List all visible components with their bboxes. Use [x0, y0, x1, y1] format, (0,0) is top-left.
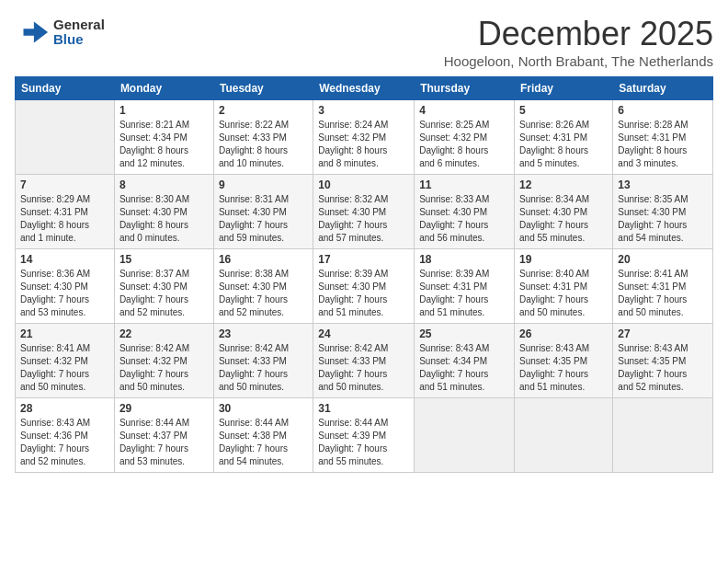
calendar-cell: 14Sunrise: 8:36 AMSunset: 4:30 PMDayligh…	[16, 249, 115, 324]
day-number: 25	[419, 327, 509, 340]
day-number: 16	[219, 253, 308, 266]
day-info: Sunrise: 8:34 AMSunset: 4:30 PMDaylight:…	[519, 193, 608, 245]
day-number: 19	[519, 253, 608, 266]
day-info: Sunrise: 8:43 AMSunset: 4:35 PMDaylight:…	[519, 342, 608, 394]
day-number: 28	[20, 402, 109, 415]
day-info: Sunrise: 8:44 AMSunset: 4:39 PMDaylight:…	[318, 417, 409, 468]
day-number: 10	[318, 178, 409, 191]
calendar-cell: 19Sunrise: 8:40 AMSunset: 4:31 PMDayligh…	[515, 249, 613, 324]
calendar-cell: 10Sunrise: 8:32 AMSunset: 4:30 PMDayligh…	[313, 175, 415, 249]
calendar-cell: 16Sunrise: 8:38 AMSunset: 4:30 PMDayligh…	[213, 249, 313, 324]
day-number: 15	[119, 253, 209, 266]
day-info: Sunrise: 8:43 AMSunset: 4:36 PMDaylight:…	[20, 417, 109, 468]
day-number: 5	[519, 104, 608, 117]
day-number: 14	[20, 253, 109, 266]
calendar-cell: 28Sunrise: 8:43 AMSunset: 4:36 PMDayligh…	[16, 398, 115, 473]
day-info: Sunrise: 8:43 AMSunset: 4:35 PMDaylight:…	[618, 342, 708, 394]
header-monday: Monday	[114, 77, 213, 100]
calendar-cell: 13Sunrise: 8:35 AMSunset: 4:30 PMDayligh…	[613, 175, 713, 249]
calendar-cell: 30Sunrise: 8:44 AMSunset: 4:38 PMDayligh…	[213, 398, 313, 473]
calendar-row-4: 28Sunrise: 8:43 AMSunset: 4:36 PMDayligh…	[16, 398, 713, 473]
day-number: 18	[419, 253, 509, 266]
calendar-cell: 1Sunrise: 8:21 AMSunset: 4:34 PMDaylight…	[114, 100, 213, 175]
logo-general-text: General	[53, 17, 105, 33]
day-info: Sunrise: 8:28 AMSunset: 4:31 PMDaylight:…	[618, 119, 708, 170]
day-number: 23	[219, 327, 308, 340]
header-saturday: Saturday	[613, 77, 713, 100]
day-info: Sunrise: 8:25 AMSunset: 4:32 PMDaylight:…	[419, 119, 509, 170]
month-title: December 2025	[444, 15, 713, 53]
day-number: 6	[618, 104, 708, 117]
calendar-row-3: 21Sunrise: 8:41 AMSunset: 4:32 PMDayligh…	[16, 324, 713, 398]
day-info: Sunrise: 8:29 AMSunset: 4:31 PMDaylight:…	[20, 193, 109, 245]
calendar-cell: 24Sunrise: 8:42 AMSunset: 4:33 PMDayligh…	[313, 324, 415, 398]
day-number: 11	[419, 178, 509, 191]
day-number: 4	[419, 104, 509, 117]
day-number: 7	[20, 178, 109, 191]
day-info: Sunrise: 8:33 AMSunset: 4:30 PMDaylight:…	[419, 193, 509, 245]
day-info: Sunrise: 8:43 AMSunset: 4:34 PMDaylight:…	[419, 342, 509, 394]
logo-blue-text: Blue	[53, 32, 105, 48]
day-number: 31	[318, 402, 409, 415]
location-subtitle: Hoogeloon, North Brabant, The Netherland…	[444, 53, 713, 69]
calendar-cell	[16, 100, 115, 175]
title-block: December 2025 Hoogeloon, North Brabant, …	[444, 15, 713, 69]
calendar-cell: 25Sunrise: 8:43 AMSunset: 4:34 PMDayligh…	[415, 324, 515, 398]
calendar-cell: 21Sunrise: 8:41 AMSunset: 4:32 PMDayligh…	[16, 324, 115, 398]
header-thursday: Thursday	[415, 77, 515, 100]
calendar-cell: 20Sunrise: 8:41 AMSunset: 4:31 PMDayligh…	[613, 249, 713, 324]
calendar-cell: 12Sunrise: 8:34 AMSunset: 4:30 PMDayligh…	[515, 175, 613, 249]
day-number: 22	[119, 327, 209, 340]
calendar-cell: 11Sunrise: 8:33 AMSunset: 4:30 PMDayligh…	[415, 175, 515, 249]
day-info: Sunrise: 8:26 AMSunset: 4:31 PMDaylight:…	[519, 119, 608, 170]
page-header: General Blue December 2025 Hoogeloon, No…	[15, 15, 713, 69]
day-number: 3	[318, 104, 409, 117]
calendar-cell: 18Sunrise: 8:39 AMSunset: 4:31 PMDayligh…	[415, 249, 515, 324]
calendar-cell: 5Sunrise: 8:26 AMSunset: 4:31 PMDaylight…	[515, 100, 613, 175]
calendar-cell: 17Sunrise: 8:39 AMSunset: 4:30 PMDayligh…	[313, 249, 415, 324]
day-number: 2	[219, 104, 308, 117]
day-info: Sunrise: 8:30 AMSunset: 4:30 PMDaylight:…	[119, 193, 209, 245]
day-number: 13	[618, 178, 708, 191]
calendar-cell: 29Sunrise: 8:44 AMSunset: 4:37 PMDayligh…	[114, 398, 213, 473]
calendar-cell: 8Sunrise: 8:30 AMSunset: 4:30 PMDaylight…	[114, 175, 213, 249]
day-info: Sunrise: 8:44 AMSunset: 4:38 PMDaylight:…	[219, 417, 308, 468]
calendar-table: Sunday Monday Tuesday Wednesday Thursday…	[15, 76, 713, 473]
day-info: Sunrise: 8:41 AMSunset: 4:32 PMDaylight:…	[20, 342, 109, 394]
header-tuesday: Tuesday	[213, 77, 313, 100]
day-info: Sunrise: 8:36 AMSunset: 4:30 PMDaylight:…	[20, 268, 109, 319]
calendar-cell: 4Sunrise: 8:25 AMSunset: 4:32 PMDaylight…	[415, 100, 515, 175]
day-number: 1	[119, 104, 209, 117]
calendar-cell: 23Sunrise: 8:42 AMSunset: 4:33 PMDayligh…	[213, 324, 313, 398]
day-info: Sunrise: 8:21 AMSunset: 4:34 PMDaylight:…	[119, 119, 209, 170]
day-number: 30	[219, 402, 308, 415]
calendar-cell	[613, 398, 713, 473]
calendar-cell: 9Sunrise: 8:31 AMSunset: 4:30 PMDaylight…	[213, 175, 313, 249]
calendar-cell: 26Sunrise: 8:43 AMSunset: 4:35 PMDayligh…	[515, 324, 613, 398]
day-info: Sunrise: 8:40 AMSunset: 4:31 PMDaylight:…	[519, 268, 608, 319]
day-info: Sunrise: 8:44 AMSunset: 4:37 PMDaylight:…	[119, 417, 209, 468]
day-info: Sunrise: 8:22 AMSunset: 4:33 PMDaylight:…	[219, 119, 308, 170]
calendar-header: Sunday Monday Tuesday Wednesday Thursday…	[16, 77, 713, 100]
calendar-row-2: 14Sunrise: 8:36 AMSunset: 4:30 PMDayligh…	[16, 249, 713, 324]
day-info: Sunrise: 8:42 AMSunset: 4:33 PMDaylight:…	[318, 342, 409, 394]
calendar-cell: 7Sunrise: 8:29 AMSunset: 4:31 PMDaylight…	[16, 175, 115, 249]
day-number: 29	[119, 402, 209, 415]
day-number: 12	[519, 178, 608, 191]
day-number: 8	[119, 178, 209, 191]
day-number: 26	[519, 327, 608, 340]
header-wednesday: Wednesday	[313, 77, 415, 100]
header-row: Sunday Monday Tuesday Wednesday Thursday…	[16, 77, 713, 100]
day-info: Sunrise: 8:37 AMSunset: 4:30 PMDaylight:…	[119, 268, 209, 319]
day-info: Sunrise: 8:39 AMSunset: 4:30 PMDaylight:…	[318, 268, 409, 319]
day-info: Sunrise: 8:39 AMSunset: 4:31 PMDaylight:…	[419, 268, 509, 319]
day-number: 21	[20, 327, 109, 340]
calendar-row-1: 7Sunrise: 8:29 AMSunset: 4:31 PMDaylight…	[16, 175, 713, 249]
header-sunday: Sunday	[16, 77, 115, 100]
calendar-cell: 3Sunrise: 8:24 AMSunset: 4:32 PMDaylight…	[313, 100, 415, 175]
day-info: Sunrise: 8:24 AMSunset: 4:32 PMDaylight:…	[318, 119, 409, 170]
calendar-cell: 6Sunrise: 8:28 AMSunset: 4:31 PMDaylight…	[613, 100, 713, 175]
day-info: Sunrise: 8:38 AMSunset: 4:30 PMDaylight:…	[219, 268, 308, 319]
day-number: 20	[618, 253, 708, 266]
day-info: Sunrise: 8:31 AMSunset: 4:30 PMDaylight:…	[219, 193, 308, 245]
